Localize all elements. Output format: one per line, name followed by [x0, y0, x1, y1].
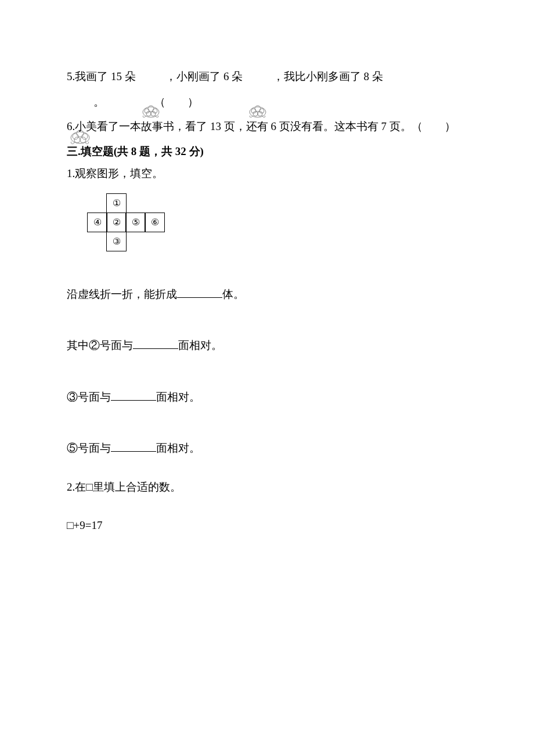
- net-cell-3: ③: [106, 232, 127, 252]
- s3-q2-lead: 2.在□里填上合适的数。: [67, 479, 467, 496]
- s3-q1-a-post: 体。: [222, 288, 244, 300]
- s3-q1-b-pre: 其中②号面与: [67, 339, 133, 351]
- s3-q1-c-post: 面相对。: [156, 391, 200, 403]
- flower-icon: [67, 92, 93, 113]
- s3-q1-c-pre: ③号面与: [67, 391, 111, 403]
- net-cell-4: ④: [87, 213, 107, 233]
- q5-answer-paren: （ ）: [154, 94, 199, 111]
- spacer: [67, 463, 467, 479]
- fill-blank[interactable]: [177, 286, 222, 298]
- question-6: 6.小美看了一本故事书，看了 13 页，还有 6 页没有看。这本书有 7 页。（…: [67, 118, 467, 135]
- document-page: 5.我画了 15 朵 ，小刚画了 6 朵: [0, 0, 534, 756]
- s3-q1-a-pre: 沿虚线折一折，能折成: [67, 288, 177, 300]
- section-3-heading: 三.填空题(共 8 题，共 32 分): [67, 143, 467, 160]
- cube-net-figure: ① ④ ② ⑤ ⑥ ③: [88, 194, 467, 251]
- q5-text-3: ，我比小刚多画了 8 朵: [270, 69, 383, 85]
- net-label-5: ⑤: [132, 215, 140, 229]
- net-label-4: ④: [93, 215, 102, 229]
- net-label-2: ②: [113, 215, 121, 229]
- s3-q2-expr1: □+9=17: [67, 517, 467, 534]
- question-5-line-1: 5.我画了 15 朵 ，小刚画了 6 朵: [67, 67, 467, 86]
- spacer: [67, 411, 467, 440]
- spacer: [67, 360, 467, 389]
- fill-blank[interactable]: [111, 440, 156, 452]
- s3-q1-lead: 1.观察图形，填空。: [67, 165, 467, 182]
- q5-text-4: 。: [93, 94, 104, 111]
- s3-q1-d: ⑤号面与面相对。: [67, 440, 467, 457]
- spacer: [67, 257, 467, 286]
- flower-icon: [246, 67, 270, 86]
- fill-blank[interactable]: [133, 337, 178, 349]
- net-label-6: ⑥: [151, 215, 159, 229]
- s3-q1-a: 沿虚线折一折，能折成体。: [67, 286, 467, 303]
- fill-blank[interactable]: [111, 389, 156, 401]
- net-cell-6: ⑥: [145, 213, 165, 233]
- s3-q1-b-post: 面相对。: [178, 339, 222, 351]
- svg-point-6: [250, 107, 266, 117]
- net-cell-1: ①: [106, 193, 127, 214]
- q5-text-2: ，小刚画了 6 朵: [163, 69, 246, 85]
- s3-q1-c: ③号面与面相对。: [67, 389, 467, 406]
- cube-net-grid: ① ④ ② ⑤ ⑥ ③: [88, 194, 467, 251]
- net-label-1: ①: [113, 196, 121, 210]
- svg-point-16: [74, 137, 80, 143]
- q6-text: 6.小美看了一本故事书，看了 13 页，还有 6 页没有看。这本书有 7 页。（…: [67, 118, 456, 135]
- s3-q1-d-pre: ⑤号面与: [67, 442, 111, 454]
- flower-icon: [139, 67, 163, 86]
- spacer: [67, 308, 467, 337]
- s3-q1-d-post: 面相对。: [156, 442, 200, 454]
- q5-text-1: 5.我画了 15 朵: [67, 69, 139, 85]
- s3-q1-b: 其中②号面与面相对。: [67, 337, 467, 354]
- net-cell-5: ⑤: [125, 213, 146, 233]
- net-label-3: ③: [113, 235, 121, 249]
- net-cell-2: ②: [106, 213, 127, 233]
- spacer: [67, 501, 467, 517]
